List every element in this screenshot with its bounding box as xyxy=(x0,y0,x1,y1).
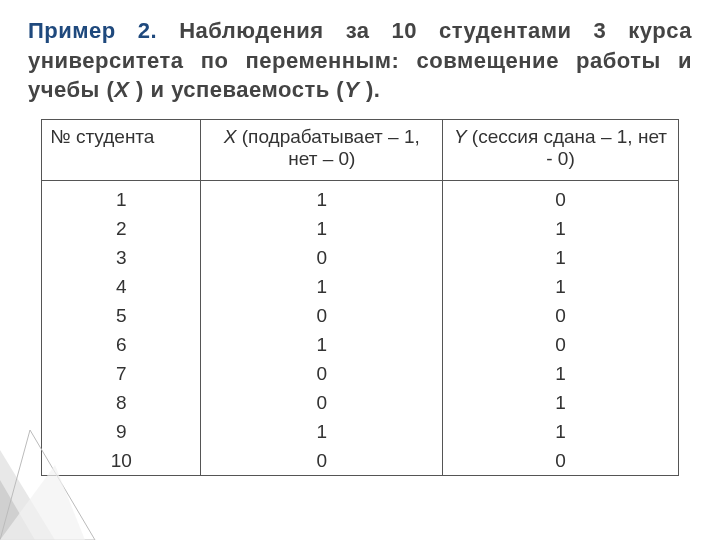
cell-x: 1 xyxy=(201,214,442,243)
col-header-x: X (подрабатывает – 1, нет – 0) xyxy=(201,120,443,181)
col-num-values: 1 2 3 4 5 6 7 8 9 10 xyxy=(42,181,201,476)
cell-y: 0 xyxy=(443,301,677,330)
cell-x: 1 xyxy=(201,417,442,446)
cell-num: 3 xyxy=(42,243,200,272)
col-header-y: Y (сессия сдана – 1, нет - 0) xyxy=(443,120,678,181)
cell-y: 1 xyxy=(443,417,677,446)
cell-num: 10 xyxy=(42,446,200,475)
cell-num: 2 xyxy=(42,214,200,243)
svg-marker-1 xyxy=(0,480,35,540)
cell-y: 0 xyxy=(443,446,677,475)
title-body-3: ). xyxy=(359,77,380,102)
svg-marker-3 xyxy=(0,465,85,540)
title-body-2: ) и успеваемость ( xyxy=(129,77,344,102)
table-header-row: № студента X (подрабатывает – 1, нет – 0… xyxy=(42,120,678,181)
cell-y: 1 xyxy=(443,359,677,388)
cell-x: 0 xyxy=(201,388,442,417)
title-var-y: Y xyxy=(344,77,359,102)
cell-num: 6 xyxy=(42,330,200,359)
col-y-values: 0 1 1 1 0 0 1 1 1 0 xyxy=(443,181,678,476)
cell-num: 5 xyxy=(42,301,200,330)
cell-num: 7 xyxy=(42,359,200,388)
cell-x: 0 xyxy=(201,359,442,388)
col-header-num-label: № студента xyxy=(50,126,154,147)
cell-x: 0 xyxy=(201,446,442,475)
col-header-x-var: X xyxy=(224,126,237,147)
title-var-x: X xyxy=(114,77,129,102)
col-header-x-rest: (подрабатывает – 1, нет – 0) xyxy=(237,126,420,169)
cell-x: 0 xyxy=(201,243,442,272)
cell-num: 4 xyxy=(42,272,200,301)
cell-num: 1 xyxy=(42,185,200,214)
cell-num: 9 xyxy=(42,417,200,446)
cell-x: 1 xyxy=(201,272,442,301)
col-header-y-var: Y xyxy=(454,126,467,147)
cell-y: 1 xyxy=(443,272,677,301)
title-lead: Пример 2. xyxy=(28,18,157,43)
col-header-num: № студента xyxy=(42,120,201,181)
cell-x: 1 xyxy=(201,185,442,214)
col-header-y-rest: (сессия сдана – 1, нет - 0) xyxy=(467,126,667,169)
col-x-values: 1 1 0 1 0 1 0 0 1 0 xyxy=(201,181,443,476)
cell-y: 0 xyxy=(443,185,677,214)
cell-num: 8 xyxy=(42,388,200,417)
cell-y: 1 xyxy=(443,214,677,243)
cell-y: 1 xyxy=(443,243,677,272)
cell-x: 0 xyxy=(201,301,442,330)
cell-y: 1 xyxy=(443,388,677,417)
cell-y: 0 xyxy=(443,330,677,359)
cell-x: 1 xyxy=(201,330,442,359)
observations-table: № студента X (подрабатывает – 1, нет – 0… xyxy=(41,119,678,476)
table-body-row: 1 2 3 4 5 6 7 8 9 10 1 1 0 1 0 1 xyxy=(42,181,678,476)
slide-title: Пример 2. Наблюдения за 10 студентами 3 … xyxy=(28,16,692,105)
